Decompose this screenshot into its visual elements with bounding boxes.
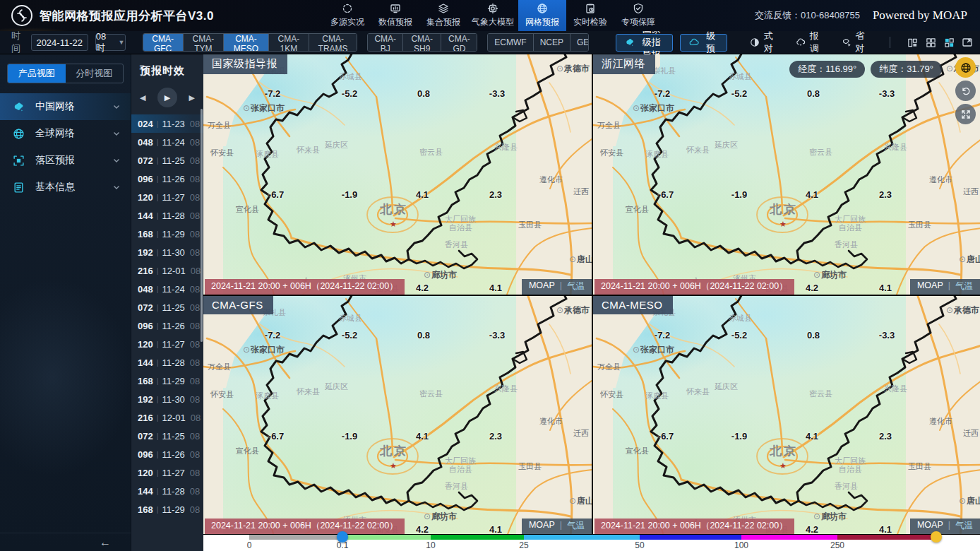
date-picker[interactable]: 2024-11-22: [31, 34, 88, 51]
time-of-day: 08: [191, 266, 201, 276]
model-button-ecmwf[interactable]: ECMWF: [488, 34, 533, 51]
time-item-2[interactable]: 048|11-2408: [131, 133, 203, 151]
map-canvas[interactable]: 崇礼县赤城县⊙承德市⊙张家口市万全县怀安县延庆区怀来县涿鹿县密云县兴隆县遵化市迁…: [593, 54, 980, 295]
nav-item-5[interactable]: 网格预报: [518, 0, 566, 31]
time-item-6[interactable]: 144|11-2808: [131, 206, 203, 225]
time-item-12[interactable]: 096|11-2608: [131, 316, 203, 335]
nav-item-1[interactable]: 多源实况: [323, 0, 371, 31]
temperature-value: 4.2: [806, 524, 818, 535]
model-button-cma-meso[interactable]: CMA-MESO: [224, 34, 269, 51]
color-scale-tick-label: 250: [830, 540, 844, 550]
nav-item-3[interactable]: 集合预报: [419, 0, 467, 31]
layer-label: 气温: [955, 280, 973, 292]
model-group-3: ECMWFNCEPGERMAN: [487, 33, 589, 52]
globe-icon: [13, 128, 27, 140]
time-item-18[interactable]: 072|11-2508: [131, 427, 203, 445]
time-item-3[interactable]: 072|11-2508: [131, 151, 203, 170]
time-item-10[interactable]: 048|11-2408: [131, 280, 203, 298]
time-item-16[interactable]: 192|11-3008: [131, 390, 203, 408]
model-button-cma-1km[interactable]: CMA-1KM: [269, 34, 309, 51]
time-item-8[interactable]: 192|11-3008: [131, 243, 203, 261]
time-hour: 144: [138, 486, 153, 497]
nav-item-4[interactable]: 气象大模型: [467, 0, 518, 31]
sidebar-item-全球网络[interactable]: 全球网络: [0, 120, 131, 147]
time-item-14[interactable]: 144|11-2808: [131, 353, 203, 372]
time-date: 11-28: [162, 211, 185, 221]
time-item-22[interactable]: 168|11-2908: [131, 500, 203, 519]
model-button-german[interactable]: GERMAN: [570, 34, 589, 51]
model-group-2: CMA-BJCMA-SH9CMA-GD: [367, 33, 477, 52]
nav-item-6[interactable]: 实时检验: [566, 0, 614, 31]
temperature-value: 4.1: [806, 189, 818, 200]
nav-item-7[interactable]: 专项保障: [614, 0, 662, 31]
source-label: MOAP: [529, 280, 555, 292]
longitude-badge: 经度：116.99°: [789, 61, 865, 78]
nav-label: 专项保障: [621, 16, 655, 28]
time-date: 12-01: [162, 266, 186, 276]
time-date: 11-23: [162, 119, 185, 129]
time-of-day: 08: [190, 174, 200, 184]
color-scale-bar: 00.1102550100250: [203, 535, 980, 551]
time-of-day: 08: [190, 155, 200, 166]
layout-split-icon[interactable]: [907, 37, 918, 48]
time-item-4[interactable]: 096|11-2608: [131, 170, 203, 188]
step-back-icon[interactable]: ◀: [140, 93, 145, 102]
time-hour: 048: [138, 284, 153, 295]
model-button-cma-trams[interactable]: CMA-TRAMS: [309, 34, 357, 51]
step-forward-icon[interactable]: ▶: [189, 93, 195, 102]
layout-grid-active-icon[interactable]: [944, 37, 955, 48]
sidebar-item-中国网络[interactable]: 中国网络: [0, 93, 131, 120]
model-button-ncep[interactable]: NCEP: [534, 34, 570, 51]
color-scale-handle-1[interactable]: [337, 531, 348, 543]
temperature-value: -3.3: [489, 330, 505, 340]
time-item-5[interactable]: 120|11-2708: [131, 188, 203, 206]
scrollbar[interactable]: [201, 109, 203, 342]
globe-icon[interactable]: [955, 57, 976, 78]
forecast-time-title: 预报时效: [131, 54, 203, 78]
color-scale-handle-2[interactable]: [931, 531, 942, 543]
time-hour: 072: [138, 431, 153, 442]
toggle-省级预报[interactable]: 省级预报: [680, 34, 727, 52]
color-scale-segment: [431, 535, 524, 540]
time-item-7[interactable]: 168|11-2908: [131, 225, 203, 243]
model-button-cma-tym[interactable]: CMA-TYM: [184, 34, 224, 51]
nav-item-2[interactable]: 数值预报: [371, 0, 419, 31]
time-item-9[interactable]: 216|12-0108: [131, 261, 203, 280]
badge-divider: |: [948, 280, 950, 292]
map-canvas[interactable]: 崇礼县赤城县⊙承德市⊙张家口市万全县怀安县延庆区怀来县涿鹿县密云县兴隆县遵化市迁…: [203, 296, 592, 534]
expand-window-icon[interactable]: [962, 37, 973, 48]
model-button-cma-gfc[interactable]: CMA-GFC: [143, 34, 184, 51]
time-hour: 120: [138, 192, 153, 203]
temperature-value: -7.2: [265, 330, 280, 340]
sidebar-item-落区预报[interactable]: 落区预报: [0, 147, 131, 174]
color-scale-tick-label: 10: [426, 540, 435, 550]
time-item-21[interactable]: 144|11-2808: [131, 482, 203, 500]
tab-分时视图[interactable]: 分时视图: [66, 64, 124, 83]
time-item-1[interactable]: 024|11-2308: [131, 114, 203, 133]
model-button-cma-bj[interactable]: CMA-BJ: [368, 34, 403, 51]
model-button-cma-sh9[interactable]: CMA-SH9: [403, 34, 441, 51]
time-divider: |: [157, 138, 159, 146]
collapse-sidebar-button[interactable]: ←: [100, 537, 111, 548]
time-date: 11-28: [162, 486, 185, 497]
time-item-11[interactable]: 072|11-2508: [131, 298, 203, 316]
toggle-国家级指导报[interactable]: 国家级指导报: [616, 34, 673, 52]
model-button-cma-gd[interactable]: CMA-GD: [441, 34, 477, 51]
time-item-17[interactable]: 216|12-0108: [131, 408, 203, 427]
time-item-20[interactable]: 120|11-2708: [131, 463, 203, 482]
layout-grid-icon[interactable]: [926, 37, 936, 48]
time-divider: |: [157, 303, 159, 312]
sidebar-item-基本信息[interactable]: 基本信息: [0, 174, 131, 201]
map-canvas[interactable]: 崇礼县赤城县⊙承德市⊙张家口市万全县怀安县延庆区怀来县涿鹿县密云县兴隆县遵化市迁…: [203, 54, 592, 295]
map-canvas[interactable]: 崇礼县赤城县⊙承德市⊙张家口市万全县怀安县延庆区怀来县涿鹿县密云县兴隆县遵化市迁…: [593, 296, 980, 534]
time-item-19[interactable]: 096|11-2608: [131, 445, 203, 463]
hour-select[interactable]: 08时 ▼: [95, 34, 126, 51]
layout-switcher: [907, 37, 955, 48]
tab-产品视图[interactable]: 产品视图: [8, 64, 66, 83]
play-icon[interactable]: ▶: [157, 88, 177, 107]
temperature-value: -5.2: [731, 88, 747, 99]
time-item-15[interactable]: 168|11-2908: [131, 372, 203, 390]
expand-arrows-icon[interactable]: [955, 104, 976, 124]
undo-icon[interactable]: [955, 81, 976, 101]
time-item-13[interactable]: 120|11-2708: [131, 335, 203, 353]
